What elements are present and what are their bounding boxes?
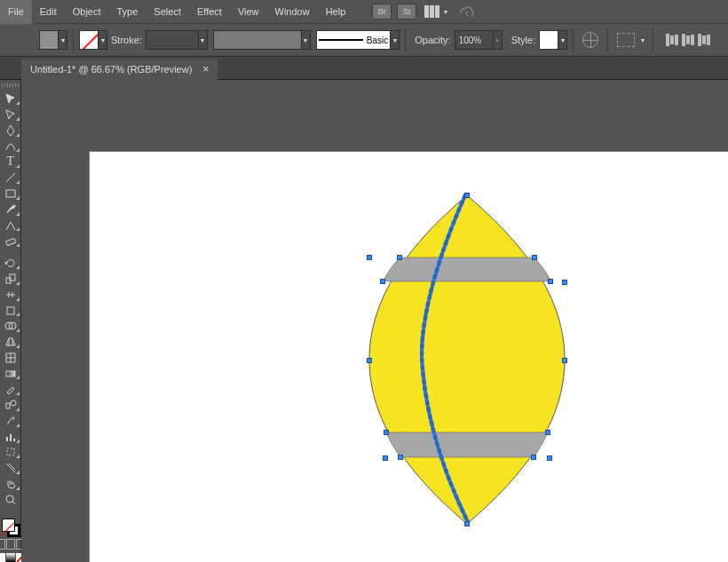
align-buttons bbox=[666, 34, 710, 46]
menu-bar: File Edit Object Type Select Effect View… bbox=[0, 0, 728, 24]
draw-normal[interactable] bbox=[0, 539, 5, 550]
bbox-handle-bm[interactable] bbox=[464, 521, 470, 526]
brush-definition[interactable]: Basic bbox=[316, 30, 391, 50]
fill-stroke-indicator[interactable] bbox=[1, 518, 20, 535]
opacity-label: Opacity: bbox=[415, 35, 450, 45]
document-tab[interactable]: Untitled-1* @ 66.67% (RGB/Preview) × bbox=[21, 59, 218, 80]
type-tool[interactable]: T bbox=[1, 154, 20, 169]
svg-rect-9 bbox=[6, 403, 10, 408]
artboard[interactable] bbox=[89, 151, 728, 562]
selected-artwork[interactable] bbox=[365, 191, 569, 530]
symbol-sprayer-tool[interactable] bbox=[1, 414, 20, 428]
fill-indicator[interactable] bbox=[2, 518, 15, 532]
artboard-tool[interactable] bbox=[1, 446, 20, 460]
align-to-dropdown[interactable]: ▾ bbox=[638, 30, 647, 50]
perspective-grid-tool[interactable] bbox=[1, 335, 20, 349]
document-setup-icon[interactable] bbox=[617, 33, 635, 47]
anchor-6[interactable] bbox=[545, 430, 550, 435]
menu-window[interactable]: Window bbox=[267, 0, 318, 24]
fill-swatch[interactable] bbox=[39, 30, 59, 50]
svg-rect-11 bbox=[7, 448, 14, 455]
menu-help[interactable]: Help bbox=[318, 0, 354, 24]
align-icon-3[interactable] bbox=[698, 34, 710, 46]
curvature-tool[interactable] bbox=[1, 139, 20, 154]
bbox-handle-bl[interactable] bbox=[383, 455, 388, 461]
zoom-tool[interactable] bbox=[1, 493, 20, 507]
draw-behind[interactable] bbox=[6, 539, 15, 550]
menu-type[interactable]: Type bbox=[109, 0, 146, 24]
stroke-dropdown[interactable]: ▾ bbox=[99, 30, 107, 50]
opacity-input[interactable]: 100% bbox=[455, 30, 494, 50]
bbox-handle-tl[interactable] bbox=[367, 255, 372, 260]
anchor-5[interactable] bbox=[384, 430, 389, 435]
shaper-tool[interactable] bbox=[1, 218, 20, 233]
eyedropper-tool[interactable] bbox=[1, 382, 20, 396]
align-icon-2[interactable] bbox=[682, 34, 694, 46]
bbox-handle-ml[interactable] bbox=[367, 358, 372, 363]
anchor-4[interactable] bbox=[548, 279, 553, 284]
blend-tool[interactable] bbox=[1, 398, 20, 412]
svg-rect-1 bbox=[5, 239, 15, 246]
canvas-area[interactable] bbox=[21, 80, 728, 562]
rectangle-tool[interactable] bbox=[1, 186, 20, 201]
anchor-8[interactable] bbox=[531, 455, 536, 460]
anchor-3[interactable] bbox=[380, 279, 385, 284]
bbox-handle-tm[interactable] bbox=[464, 193, 470, 198]
svg-rect-0 bbox=[6, 190, 15, 197]
stroke-weight-input[interactable] bbox=[146, 30, 199, 50]
variable-width-profile[interactable] bbox=[213, 30, 302, 50]
graphic-style-swatch[interactable] bbox=[539, 30, 558, 50]
layout-icon bbox=[424, 5, 440, 18]
panel-grip[interactable] bbox=[2, 83, 20, 87]
anchor-7[interactable] bbox=[398, 455, 403, 460]
stock-button[interactable]: St bbox=[397, 4, 416, 20]
align-icon-1[interactable] bbox=[666, 34, 678, 46]
scale-tool[interactable] bbox=[1, 272, 20, 286]
gradient-mode[interactable] bbox=[6, 553, 15, 562]
eraser-tool[interactable] bbox=[1, 234, 20, 248]
football-shape[interactable] bbox=[365, 191, 569, 528]
pen-tool[interactable] bbox=[1, 123, 20, 138]
hand-tool[interactable] bbox=[1, 477, 20, 491]
menu-view[interactable]: View bbox=[230, 0, 267, 24]
workspace-layout-button[interactable]: ▾ bbox=[424, 5, 447, 18]
brush-dropdown[interactable]: ▾ bbox=[391, 30, 400, 50]
direct-selection-tool[interactable] bbox=[1, 107, 20, 122]
chevron-down-icon: ▾ bbox=[444, 8, 447, 16]
menu-edit[interactable]: Edit bbox=[32, 0, 65, 24]
variable-width-dropdown[interactable]: ▾ bbox=[302, 30, 311, 50]
fill-dropdown[interactable]: ▾ bbox=[59, 30, 67, 50]
mesh-tool[interactable] bbox=[1, 351, 20, 365]
recolor-artwork-icon[interactable] bbox=[582, 32, 598, 48]
free-transform-tool[interactable] bbox=[1, 304, 20, 318]
column-graph-tool[interactable] bbox=[1, 430, 20, 444]
bbox-handle-tr[interactable] bbox=[562, 280, 567, 285]
opacity-dropdown[interactable]: › bbox=[494, 30, 502, 50]
menu-object[interactable]: Object bbox=[65, 0, 109, 24]
line-tool[interactable] bbox=[1, 170, 20, 185]
menu-file[interactable]: File bbox=[0, 0, 32, 24]
close-tab-button[interactable]: × bbox=[202, 63, 209, 75]
selection-tool[interactable] bbox=[1, 91, 20, 106]
bridge-button[interactable]: Br bbox=[372, 4, 392, 20]
color-mode[interactable] bbox=[0, 553, 5, 562]
anchor-1[interactable] bbox=[397, 255, 402, 260]
anchor-2[interactable] bbox=[532, 255, 537, 260]
menu-effect[interactable]: Effect bbox=[189, 0, 230, 24]
bbox-handle-mr[interactable] bbox=[562, 358, 567, 363]
document-tab-title: Untitled-1* @ 66.67% (RGB/Preview) bbox=[30, 64, 192, 75]
paintbrush-tool[interactable] bbox=[1, 202, 20, 217]
menu-select[interactable]: Select bbox=[146, 0, 189, 24]
gradient-tool[interactable] bbox=[1, 367, 20, 381]
width-tool[interactable] bbox=[1, 288, 20, 302]
bbox-handle-br[interactable] bbox=[547, 455, 552, 461]
slice-tool[interactable] bbox=[1, 461, 20, 475]
stroke-swatch[interactable] bbox=[79, 30, 99, 50]
style-dropdown[interactable]: ▾ bbox=[558, 30, 567, 50]
sync-icon[interactable] bbox=[458, 4, 474, 20]
svg-point-10 bbox=[11, 400, 16, 406]
document-tab-bar: Untitled-1* @ 66.67% (RGB/Preview) × bbox=[0, 57, 728, 80]
shape-builder-tool[interactable] bbox=[1, 319, 20, 333]
stroke-weight-dropdown[interactable]: ▾ bbox=[199, 30, 208, 50]
rotate-tool[interactable] bbox=[1, 256, 20, 270]
